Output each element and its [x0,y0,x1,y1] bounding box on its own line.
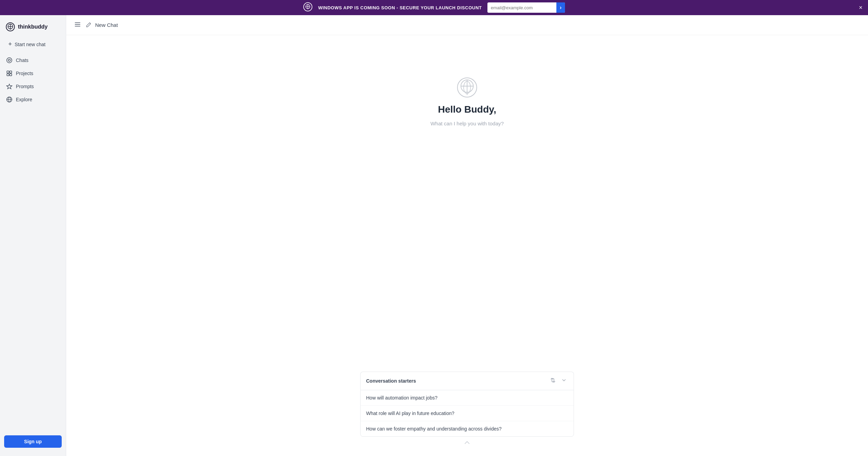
shuffle-icon [550,377,556,383]
chat-header: New Chat [66,15,868,35]
new-chat-header-icon [85,22,92,28]
starters-actions [549,377,568,385]
starters-title: Conversation starters [366,378,416,384]
chevron-down-icon [561,377,567,383]
sidebar-logo: thinkbuddy [0,19,66,37]
welcome-subtitle: What can I help you with today? [431,121,504,126]
starter-item[interactable]: How can we foster empathy and understand… [361,421,574,436]
svg-rect-12 [75,22,80,23]
svg-rect-7 [10,74,12,76]
app-body: thinkbuddy + Start new chat Chats [0,15,868,456]
sidebar-toggle-icon [74,21,81,28]
svg-rect-6 [7,74,9,76]
main-content: New Chat Hello Buddy, What can I help yo… [66,15,868,456]
svg-rect-14 [75,26,80,27]
projects-icon [6,70,12,76]
chats-icon [6,57,12,63]
svg-point-2 [7,58,12,63]
svg-rect-4 [7,71,9,73]
sidebar-item-explore-label: Explore [16,97,32,102]
chat-main: Hello Buddy, What can I help you with to… [66,35,868,456]
sign-up-button[interactable]: Sign up [4,435,62,448]
logo-text: thinkbuddy [18,24,48,30]
sidebar-item-chats[interactable]: Chats [3,54,63,66]
welcome-logo-icon [456,76,478,99]
starters-header: Conversation starters [360,372,574,390]
sidebar-item-explore[interactable]: Explore [3,93,63,106]
sidebar: thinkbuddy + Start new chat Chats [0,15,66,456]
starters-container: Conversation starters [360,372,574,437]
banner-submit-icon: › [560,4,562,11]
new-chat-label: Start new chat [15,42,46,47]
sidebar-nav: Chats Projects Prompts [0,54,66,106]
plus-icon: + [8,41,12,48]
starters-shuffle-button[interactable] [549,377,557,385]
scroll-up-icon [464,441,471,445]
sidebar-item-prompts[interactable]: Prompts [3,80,63,93]
svg-marker-8 [7,84,12,89]
starter-item[interactable]: How will automation impact jobs? [361,390,574,406]
starters-collapse-button[interactable] [560,377,568,385]
starter-item[interactable]: What role will AI play in future educati… [361,406,574,421]
banner-text: WINDOWS APP IS COMING SOON - SECURE YOUR… [318,5,482,10]
sidebar-item-chats-label: Chats [16,58,29,63]
scroll-indicator [460,437,475,449]
sidebar-bottom: Sign up [0,431,66,452]
banner-email-input[interactable] [487,3,556,12]
svg-rect-13 [75,24,80,25]
banner-close-button[interactable]: × [859,4,862,11]
banner-logo-icon [303,2,313,13]
chat-welcome: Hello Buddy, What can I help you with to… [431,76,504,126]
top-banner: WINDOWS APP IS COMING SOON - SECURE YOUR… [0,0,868,15]
sidebar-toggle-button[interactable] [73,20,82,30]
prompts-icon [6,83,12,90]
new-chat-button[interactable]: + Start new chat [3,37,63,51]
welcome-title: Hello Buddy, [438,104,496,115]
banner-email-form: › [487,2,565,13]
svg-rect-5 [10,71,12,73]
banner-submit-button[interactable]: › [556,2,565,13]
starters-list: How will automation impact jobs? What ro… [360,390,574,437]
sidebar-item-projects-label: Projects [16,71,33,76]
chat-title: New Chat [95,22,118,28]
sidebar-item-prompts-label: Prompts [16,84,34,89]
sidebar-item-projects[interactable]: Projects [3,67,63,80]
svg-point-3 [8,59,10,61]
explore-icon [6,96,12,103]
